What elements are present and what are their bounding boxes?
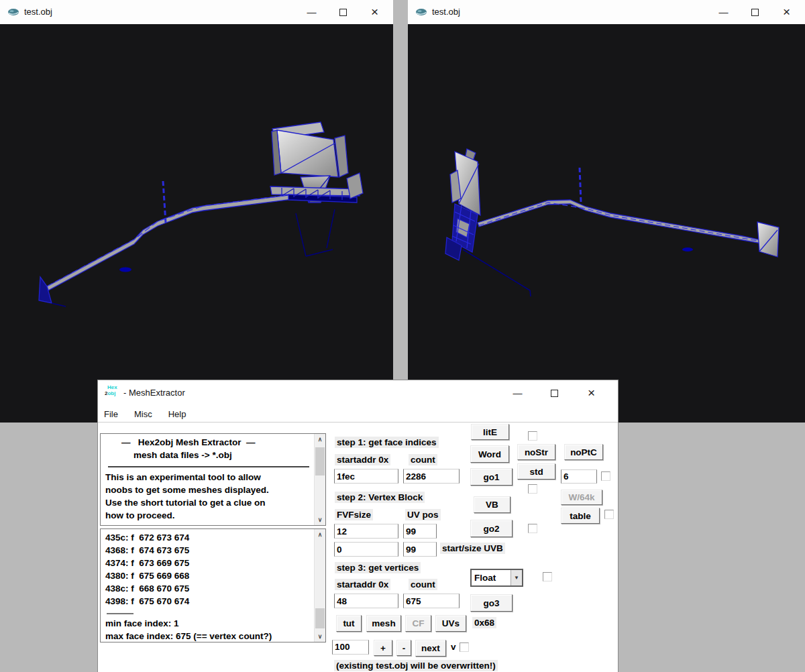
viewer-right-titlebar[interactable]: test.obj — × [408, 0, 805, 24]
minimize-icon[interactable]: — [499, 380, 536, 406]
minimize-icon[interactable]: — [296, 0, 327, 24]
step3-heading: step 3: get vertices [335, 562, 421, 573]
step-value-field[interactable]: 100 [332, 640, 369, 655]
info-textbox[interactable]: — Hex2obj Mesh Extractor — mesh data fil… [100, 433, 326, 526]
close-icon[interactable]: × [573, 380, 610, 406]
noptc-button[interactable]: noPtC [564, 444, 603, 460]
fvfsize-input[interactable] [334, 524, 398, 539]
viewer-right-viewport[interactable] [408, 24, 805, 423]
obj-viewer-app-icon [7, 7, 19, 17]
go2-checkbox[interactable] [528, 524, 537, 533]
fvfsize-label: FVFsize [335, 509, 373, 520]
mesh-button[interactable]: mesh [366, 615, 401, 632]
meshextractor-window: Hex 2obj - MeshExtractor — × File Misc H… [97, 380, 619, 672]
table-button[interactable]: table [561, 508, 600, 524]
mesh-render-left [0, 24, 393, 423]
minimize-icon[interactable]: — [708, 0, 739, 24]
lite-button[interactable]: litE [471, 424, 509, 440]
go3-button[interactable]: go3 [470, 594, 513, 612]
step1-startaddr-label: startaddr 0x [335, 454, 390, 465]
scrollbar-thumb[interactable] [315, 447, 325, 475]
info-scrollbar[interactable]: ∧ ∨ [314, 434, 325, 525]
step1-heading: step 1: get face indices [335, 437, 439, 448]
std-checkbox[interactable] [528, 484, 537, 494]
viewer-window-left: test.obj — × [0, 0, 393, 423]
face-row: 4374: f 673 669 675 [105, 557, 314, 569]
step1-count-label: count [409, 454, 437, 465]
vertex-format-dropdown[interactable]: Float ▼ [470, 569, 523, 587]
maximize-icon[interactable] [327, 0, 359, 24]
info-line: — Hex2obj Mesh Extractor — [105, 436, 314, 449]
scroll-up-icon[interactable]: ∧ [315, 434, 325, 445]
viewer-left-titlebar[interactable]: test.obj — × [0, 0, 393, 24]
step3-startaddr-input[interactable] [334, 594, 398, 608]
close-icon[interactable]: × [359, 0, 390, 24]
menu-misc[interactable]: Misc [134, 409, 152, 419]
face-row: 438c: f 668 670 675 [105, 582, 314, 595]
info-line: mesh data files -> *.obj [105, 449, 314, 461]
uvs-button[interactable]: UVs [435, 615, 466, 632]
v-label: v [449, 641, 458, 653]
table-checkbox[interactable] [604, 510, 614, 519]
uvb-label: start/size UVB [440, 543, 505, 554]
close-icon[interactable]: × [771, 0, 802, 24]
viewer-left-title: test.obj [24, 0, 52, 24]
face-scrollbar[interactable]: ∧ ∨ [314, 529, 325, 642]
field6-checkbox[interactable] [601, 471, 610, 481]
uvpos-input[interactable] [403, 524, 437, 539]
face-summary: min face index: 1 [105, 617, 314, 630]
menu-bar: File Misc Help [98, 406, 618, 423]
scrollbar-thumb[interactable] [315, 608, 325, 628]
face-row: 4368: f 674 673 675 [105, 544, 314, 557]
viewer-right-title: test.obj [432, 0, 460, 24]
viewer-left-viewport[interactable] [0, 24, 393, 423]
w64k-button: W/64k [561, 490, 602, 505]
tut-button[interactable]: tut [336, 615, 362, 632]
nostr-button[interactable]: noStr [517, 444, 555, 460]
info-line: how to proceed. [105, 509, 314, 522]
menu-help[interactable]: Help [168, 409, 186, 419]
hex68-label: 0x68 [472, 617, 496, 628]
vertex-format-value: Float [472, 573, 511, 583]
vb-button[interactable]: VB [474, 496, 511, 513]
plus-button[interactable]: + [374, 640, 392, 656]
step1-startaddr-input[interactable] [334, 469, 398, 484]
info-line: noobs to get some meshes displayed. [105, 484, 314, 496]
info-line: This is an experimental tool to allow [105, 471, 314, 484]
uvb-start-input[interactable] [334, 542, 398, 557]
menu-file[interactable]: File [104, 409, 118, 419]
dropdown-arrow-icon[interactable]: ▼ [511, 570, 522, 585]
face-row: 4398: f 675 670 674 [105, 595, 314, 608]
meshextractor-titlebar[interactable]: Hex 2obj - MeshExtractor — × [98, 380, 618, 406]
next-checkbox[interactable] [460, 642, 469, 652]
face-separator [107, 613, 133, 614]
std-button[interactable]: std [517, 463, 555, 480]
uvpos-label: UV pos [405, 509, 441, 520]
step2-heading: step 2: Vertex Block [335, 492, 425, 503]
step3-startaddr-label: startaddr 0x [335, 579, 390, 590]
go2-button[interactable]: go2 [470, 520, 513, 537]
info-line: Use the short tutorial to get a clue on [105, 496, 314, 509]
maximize-icon[interactable] [536, 380, 573, 406]
field-6-input[interactable] [561, 469, 597, 484]
step3-count-input[interactable] [403, 594, 460, 608]
face-list-textbox[interactable]: 435c: f 672 673 674 4368: f 674 673 675 … [100, 528, 326, 642]
scroll-down-icon[interactable]: ∨ [315, 631, 325, 642]
go1-button[interactable]: go1 [470, 468, 513, 486]
face-row: 4380: f 675 669 668 [105, 569, 314, 582]
meshextractor-title: - MeshExtractor [123, 380, 185, 406]
scroll-down-icon[interactable]: ∨ [315, 514, 325, 525]
overwrite-warning: (existing test.obj will be overwritten!) [334, 660, 498, 671]
uvb-size-input[interactable] [403, 542, 437, 557]
nostr-top-checkbox[interactable] [528, 431, 537, 441]
info-separator [108, 466, 309, 467]
float-checkbox[interactable] [543, 572, 552, 581]
scroll-up-icon[interactable]: ∧ [315, 529, 325, 540]
word-button[interactable]: Word [470, 445, 509, 463]
maximize-icon[interactable] [739, 0, 771, 24]
obj-viewer-app-icon [415, 7, 427, 17]
next-button[interactable]: next [415, 640, 446, 657]
step1-count-input[interactable] [403, 469, 460, 484]
minus-button[interactable]: - [396, 640, 411, 656]
cf-button: CF [405, 615, 431, 632]
